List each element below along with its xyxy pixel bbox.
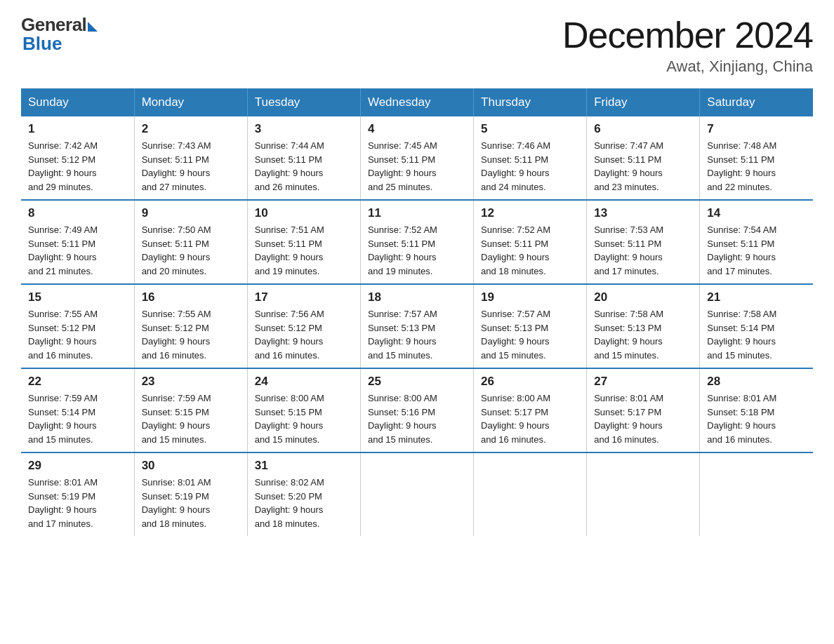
day-info: Sunrise: 7:49 AM Sunset: 5:11 PM Dayligh… [28, 223, 127, 278]
table-cell: 27Sunrise: 8:01 AM Sunset: 5:17 PM Dayli… [587, 368, 700, 452]
table-cell [360, 452, 473, 536]
day-info: Sunrise: 7:55 AM Sunset: 5:12 PM Dayligh… [28, 307, 127, 362]
day-number: 26 [481, 375, 579, 389]
logo-blue-text: Blue [22, 33, 62, 55]
day-number: 17 [255, 290, 353, 304]
day-info: Sunrise: 7:50 AM Sunset: 5:11 PM Dayligh… [142, 223, 240, 278]
day-number: 13 [594, 206, 692, 220]
table-cell [474, 452, 587, 536]
header-tuesday: Tuesday [247, 88, 360, 116]
day-number: 30 [142, 459, 240, 473]
day-number: 19 [481, 290, 579, 304]
day-info: Sunrise: 8:01 AM Sunset: 5:19 PM Dayligh… [28, 476, 127, 530]
header-thursday: Thursday [474, 88, 587, 116]
day-info: Sunrise: 7:55 AM Sunset: 5:12 PM Dayligh… [142, 307, 240, 362]
day-number: 14 [707, 206, 806, 220]
day-number: 27 [594, 375, 692, 389]
table-cell: 3Sunrise: 7:44 AM Sunset: 5:11 PM Daylig… [247, 116, 360, 200]
day-number: 5 [481, 122, 579, 136]
table-cell: 14Sunrise: 7:54 AM Sunset: 5:11 PM Dayli… [700, 200, 813, 284]
day-info: Sunrise: 7:59 AM Sunset: 5:15 PM Dayligh… [142, 391, 240, 446]
day-number: 6 [594, 122, 692, 136]
table-cell: 9Sunrise: 7:50 AM Sunset: 5:11 PM Daylig… [134, 200, 247, 284]
table-cell: 1Sunrise: 7:42 AM Sunset: 5:12 PM Daylig… [21, 116, 134, 200]
day-number: 23 [142, 375, 240, 389]
day-info: Sunrise: 7:54 AM Sunset: 5:11 PM Dayligh… [707, 223, 806, 278]
day-number: 7 [707, 122, 806, 136]
day-info: Sunrise: 7:46 AM Sunset: 5:11 PM Dayligh… [481, 139, 579, 194]
day-number: 1 [28, 122, 127, 136]
table-cell [587, 452, 700, 536]
day-number: 8 [28, 206, 127, 220]
day-number: 25 [368, 375, 466, 389]
week-row-5: 29Sunrise: 8:01 AM Sunset: 5:19 PM Dayli… [21, 452, 813, 536]
table-cell: 13Sunrise: 7:53 AM Sunset: 5:11 PM Dayli… [587, 200, 700, 284]
table-cell: 22Sunrise: 7:59 AM Sunset: 5:14 PM Dayli… [21, 368, 134, 452]
table-cell: 19Sunrise: 7:57 AM Sunset: 5:13 PM Dayli… [474, 284, 587, 368]
header-saturday: Saturday [700, 88, 813, 116]
day-number: 15 [28, 290, 127, 304]
day-info: Sunrise: 7:45 AM Sunset: 5:11 PM Dayligh… [368, 139, 466, 194]
day-info: Sunrise: 8:01 AM Sunset: 5:19 PM Dayligh… [142, 476, 240, 530]
day-info: Sunrise: 7:52 AM Sunset: 5:11 PM Dayligh… [368, 223, 466, 278]
day-info: Sunrise: 7:52 AM Sunset: 5:11 PM Dayligh… [481, 223, 579, 278]
table-cell: 8Sunrise: 7:49 AM Sunset: 5:11 PM Daylig… [21, 200, 134, 284]
day-number: 31 [255, 459, 353, 473]
table-cell: 28Sunrise: 8:01 AM Sunset: 5:18 PM Dayli… [700, 368, 813, 452]
day-info: Sunrise: 7:59 AM Sunset: 5:14 PM Dayligh… [28, 391, 127, 446]
table-cell: 17Sunrise: 7:56 AM Sunset: 5:12 PM Dayli… [247, 284, 360, 368]
table-cell: 5Sunrise: 7:46 AM Sunset: 5:11 PM Daylig… [474, 116, 587, 200]
header-sunday: Sunday [21, 88, 134, 116]
table-cell: 15Sunrise: 7:55 AM Sunset: 5:12 PM Dayli… [21, 284, 134, 368]
calendar-table: SundayMondayTuesdayWednesdayThursdayFrid… [21, 88, 813, 536]
table-cell: 7Sunrise: 7:48 AM Sunset: 5:11 PM Daylig… [700, 116, 813, 200]
table-cell: 6Sunrise: 7:47 AM Sunset: 5:11 PM Daylig… [587, 116, 700, 200]
calendar-header-row: SundayMondayTuesdayWednesdayThursdayFrid… [21, 88, 813, 116]
table-cell: 25Sunrise: 8:00 AM Sunset: 5:16 PM Dayli… [360, 368, 473, 452]
day-info: Sunrise: 7:51 AM Sunset: 5:11 PM Dayligh… [255, 223, 353, 278]
day-info: Sunrise: 8:00 AM Sunset: 5:16 PM Dayligh… [368, 391, 466, 446]
day-info: Sunrise: 7:44 AM Sunset: 5:11 PM Dayligh… [255, 139, 353, 194]
day-number: 18 [368, 290, 466, 304]
day-info: Sunrise: 7:57 AM Sunset: 5:13 PM Dayligh… [481, 307, 579, 362]
day-number: 28 [707, 375, 806, 389]
day-number: 2 [142, 122, 240, 136]
header-monday: Monday [134, 88, 247, 116]
day-number: 20 [594, 290, 692, 304]
day-info: Sunrise: 7:58 AM Sunset: 5:14 PM Dayligh… [707, 307, 806, 362]
day-info: Sunrise: 7:42 AM Sunset: 5:12 PM Dayligh… [28, 139, 127, 194]
day-info: Sunrise: 8:00 AM Sunset: 5:15 PM Dayligh… [255, 391, 353, 446]
week-row-1: 1Sunrise: 7:42 AM Sunset: 5:12 PM Daylig… [21, 116, 813, 200]
week-row-4: 22Sunrise: 7:59 AM Sunset: 5:14 PM Dayli… [21, 368, 813, 452]
table-cell: 21Sunrise: 7:58 AM Sunset: 5:14 PM Dayli… [700, 284, 813, 368]
page-header: General Blue December 2024 Awat, Xinjian… [21, 14, 813, 76]
day-info: Sunrise: 7:43 AM Sunset: 5:11 PM Dayligh… [142, 139, 240, 194]
day-info: Sunrise: 7:47 AM Sunset: 5:11 PM Dayligh… [594, 139, 692, 194]
day-number: 24 [255, 375, 353, 389]
logo-triangle-icon [88, 22, 98, 32]
table-cell: 24Sunrise: 8:00 AM Sunset: 5:15 PM Dayli… [247, 368, 360, 452]
day-number: 3 [255, 122, 353, 136]
table-cell: 18Sunrise: 7:57 AM Sunset: 5:13 PM Dayli… [360, 284, 473, 368]
table-cell: 2Sunrise: 7:43 AM Sunset: 5:11 PM Daylig… [134, 116, 247, 200]
day-info: Sunrise: 7:56 AM Sunset: 5:12 PM Dayligh… [255, 307, 353, 362]
table-cell: 4Sunrise: 7:45 AM Sunset: 5:11 PM Daylig… [360, 116, 473, 200]
day-number: 12 [481, 206, 579, 220]
day-info: Sunrise: 8:00 AM Sunset: 5:17 PM Dayligh… [481, 391, 579, 446]
table-cell: 20Sunrise: 7:58 AM Sunset: 5:13 PM Dayli… [587, 284, 700, 368]
day-number: 29 [28, 459, 127, 473]
table-cell: 23Sunrise: 7:59 AM Sunset: 5:15 PM Dayli… [134, 368, 247, 452]
table-cell: 26Sunrise: 8:00 AM Sunset: 5:17 PM Dayli… [474, 368, 587, 452]
day-number: 21 [707, 290, 806, 304]
day-number: 10 [255, 206, 353, 220]
day-info: Sunrise: 8:01 AM Sunset: 5:18 PM Dayligh… [707, 391, 806, 446]
header-friday: Friday [587, 88, 700, 116]
title-block: December 2024 Awat, Xinjiang, China [562, 14, 813, 76]
day-info: Sunrise: 7:48 AM Sunset: 5:11 PM Dayligh… [707, 139, 806, 194]
table-cell: 16Sunrise: 7:55 AM Sunset: 5:12 PM Dayli… [134, 284, 247, 368]
day-info: Sunrise: 7:53 AM Sunset: 5:11 PM Dayligh… [594, 223, 692, 278]
day-number: 22 [28, 375, 127, 389]
table-cell: 29Sunrise: 8:01 AM Sunset: 5:19 PM Dayli… [21, 452, 134, 536]
table-cell: 11Sunrise: 7:52 AM Sunset: 5:11 PM Dayli… [360, 200, 473, 284]
table-cell: 12Sunrise: 7:52 AM Sunset: 5:11 PM Dayli… [474, 200, 587, 284]
